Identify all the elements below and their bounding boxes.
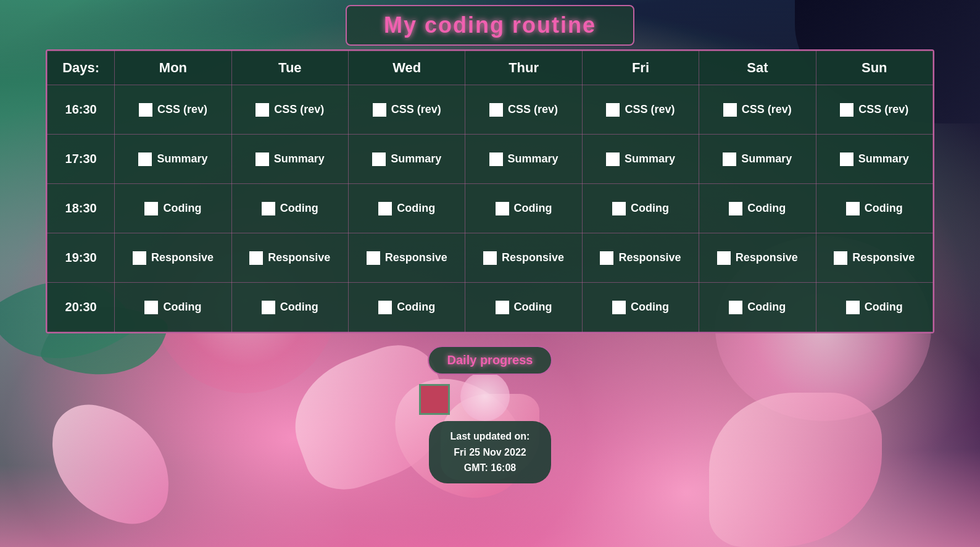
task-label-row0-day0: CSS (rev) <box>157 103 207 116</box>
checkbox-row3-day6[interactable] <box>834 251 847 265</box>
task-cell-row0-day2: CSS (rev) <box>349 85 465 135</box>
task-cell-row3-day3: Responsive <box>465 233 582 283</box>
checkbox-row1-day3[interactable] <box>489 152 503 166</box>
task-label-row3-day1: Responsive <box>268 251 330 264</box>
checkbox-row0-day5[interactable] <box>723 103 737 117</box>
task-label-row4-day0: Coding <box>163 301 201 314</box>
checkbox-row4-day5[interactable] <box>729 301 742 314</box>
task-label-row2-day3: Coding <box>514 202 552 215</box>
days-label-header: Days: <box>48 51 115 85</box>
checkbox-row0-day2[interactable] <box>373 103 386 117</box>
checkbox-row4-day2[interactable] <box>378 301 392 314</box>
task-cell-row1-day2: Summary <box>349 135 465 184</box>
task-label-row3-day4: Responsive <box>618 251 681 264</box>
task-label-row3-day3: Responsive <box>502 251 564 264</box>
task-label-row1-day5: Summary <box>741 152 792 165</box>
checkbox-row4-day4[interactable] <box>612 301 626 314</box>
task-cell-row0-day6: CSS (rev) <box>816 85 932 135</box>
task-cell-row3-day4: Responsive <box>582 233 699 283</box>
task-label-row4-day3: Coding <box>514 301 552 314</box>
task-cell-row2-day6: Coding <box>816 184 932 233</box>
task-cell-row3-day2: Responsive <box>349 233 465 283</box>
task-label-row4-day4: Coding <box>631 301 669 314</box>
checkbox-row2-day1[interactable] <box>262 202 275 215</box>
checkbox-row1-day1[interactable] <box>255 152 269 166</box>
task-label-row4-day2: Coding <box>397 301 435 314</box>
header-sun: Sun <box>816 51 932 85</box>
task-cell-row0-day4: CSS (rev) <box>582 85 699 135</box>
checkbox-row0-day3[interactable] <box>489 103 503 117</box>
checkbox-row3-day5[interactable] <box>717 251 731 265</box>
task-label-row1-day1: Summary <box>274 152 325 165</box>
task-cell-row0-day0: CSS (rev) <box>115 85 231 135</box>
task-cell-row3-day6: Responsive <box>816 233 932 283</box>
task-label-row1-day2: Summary <box>391 152 441 165</box>
checkbox-row4-day0[interactable] <box>144 301 158 314</box>
checkbox-row2-day3[interactable] <box>496 202 509 215</box>
task-cell-row1-day4: Summary <box>582 135 699 184</box>
task-label-row2-day4: Coding <box>631 202 669 215</box>
header-row: Days: Mon Tue Wed Thur Fri Sat Sun <box>48 51 933 85</box>
checkbox-row0-day1[interactable] <box>255 103 269 117</box>
task-cell-row4-day1: Coding <box>231 283 348 332</box>
task-label-row2-day0: Coding <box>163 202 201 215</box>
checkbox-row2-day0[interactable] <box>144 202 158 215</box>
table-row: 16:30CSS (rev)CSS (rev)CSS (rev)CSS (rev… <box>48 85 933 135</box>
checkbox-row1-day5[interactable] <box>723 152 736 166</box>
header-sat: Sat <box>699 51 816 85</box>
task-cell-row4-day2: Coding <box>349 283 465 332</box>
last-updated-line3: GMT: 16:08 <box>464 462 516 473</box>
checkbox-row0-day4[interactable] <box>606 103 620 117</box>
task-cell-row2-day2: Coding <box>349 184 465 233</box>
task-cell-row0-day3: CSS (rev) <box>465 85 582 135</box>
task-cell-row3-day5: Responsive <box>699 233 816 283</box>
task-cell-row4-day5: Coding <box>699 283 816 332</box>
schedule-table: Days: Mon Tue Wed Thur Fri Sat Sun 16:30… <box>47 51 933 332</box>
task-label-row0-day4: CSS (rev) <box>625 103 675 116</box>
task-cell-row0-day5: CSS (rev) <box>699 85 816 135</box>
progress-square <box>419 384 450 415</box>
checkbox-row1-day4[interactable] <box>606 152 620 166</box>
checkbox-row0-day6[interactable] <box>840 103 853 117</box>
title-bar: My coding routine <box>346 5 634 46</box>
checkbox-row3-day1[interactable] <box>249 251 263 265</box>
task-label-row0-day3: CSS (rev) <box>508 103 558 116</box>
checkbox-row2-day2[interactable] <box>378 202 392 215</box>
task-cell-row4-day0: Coding <box>115 283 231 332</box>
checkbox-row0-day0[interactable] <box>139 103 152 117</box>
daily-progress-button[interactable]: Daily progress <box>428 346 553 375</box>
checkbox-row4-day1[interactable] <box>262 301 275 314</box>
task-cell-row4-day3: Coding <box>465 283 582 332</box>
time-cell-4: 20:30 <box>48 283 115 332</box>
task-cell-row1-day1: Summary <box>231 135 348 184</box>
checkbox-row2-day5[interactable] <box>729 202 742 215</box>
header-wed: Wed <box>349 51 465 85</box>
schedule-container: Days: Mon Tue Wed Thur Fri Sat Sun 16:30… <box>46 49 934 333</box>
task-cell-row2-day4: Coding <box>582 184 699 233</box>
task-label-row2-day2: Coding <box>397 202 435 215</box>
last-updated-text: Last updated on: Fri 25 Nov 2022 GMT: 16… <box>451 428 530 476</box>
task-label-row3-day5: Responsive <box>736 251 798 264</box>
task-label-row0-day1: CSS (rev) <box>274 103 324 116</box>
checkbox-row1-day6[interactable] <box>840 152 853 166</box>
task-cell-row2-day5: Coding <box>699 184 816 233</box>
checkbox-row3-day0[interactable] <box>133 251 146 265</box>
task-cell-row1-day5: Summary <box>699 135 816 184</box>
checkbox-row2-day4[interactable] <box>612 202 626 215</box>
table-row: 18:30CodingCodingCodingCodingCodingCodin… <box>48 184 933 233</box>
task-label-row2-day6: Coding <box>865 202 903 215</box>
checkbox-row4-day3[interactable] <box>496 301 509 314</box>
last-updated-line2: Fri 25 Nov 2022 <box>454 447 526 457</box>
task-label-row4-day5: Coding <box>747 301 786 314</box>
checkbox-row3-day3[interactable] <box>483 251 497 265</box>
checkbox-row2-day6[interactable] <box>846 202 860 215</box>
task-label-row4-day6: Coding <box>865 301 903 314</box>
table-row: 20:30CodingCodingCodingCodingCodingCodin… <box>48 283 933 332</box>
task-label-row1-day0: Summary <box>157 152 207 165</box>
checkbox-row1-day2[interactable] <box>372 152 386 166</box>
checkbox-row3-day2[interactable] <box>367 251 380 265</box>
checkbox-row1-day0[interactable] <box>138 152 152 166</box>
checkbox-row3-day4[interactable] <box>600 251 613 265</box>
checkbox-row4-day6[interactable] <box>846 301 860 314</box>
task-cell-row1-day3: Summary <box>465 135 582 184</box>
